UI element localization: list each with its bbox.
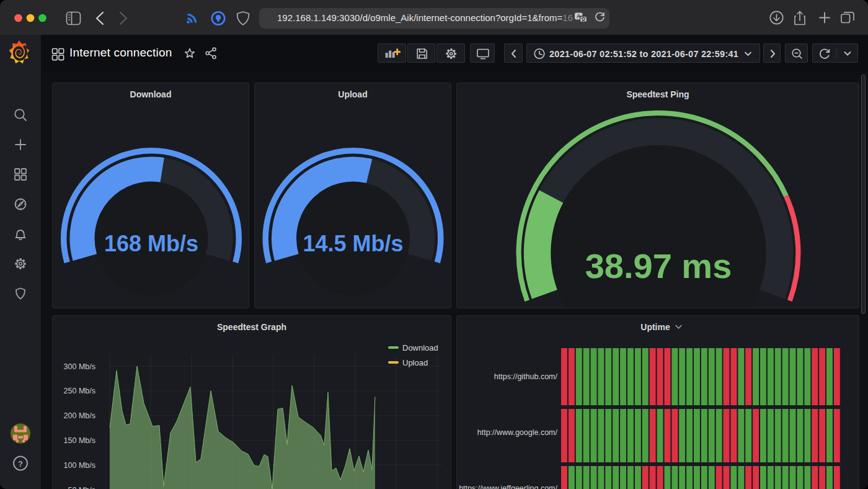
svg-text:100 Mb/s: 100 Mb/s	[64, 461, 95, 470]
svg-text:Download: Download	[402, 343, 438, 352]
svg-text:https://www.jeffgeerling.com/: https://www.jeffgeerling.com/	[459, 484, 557, 489]
svg-text:14.5 Mb/s: 14.5 Mb/s	[303, 231, 403, 256]
svg-text:50 Mb/s: 50 Mb/s	[68, 486, 95, 489]
svg-text:?: ?	[18, 459, 23, 469]
svg-text:https://github.com/: https://github.com/	[494, 372, 558, 381]
svg-text:38.97 ms: 38.97 ms	[585, 246, 732, 285]
svg-text:300 Mb/s: 300 Mb/s	[64, 362, 95, 371]
svg-text:http://www.google.com/: http://www.google.com/	[477, 428, 558, 437]
svg-text:168 Mb/s: 168 Mb/s	[104, 231, 198, 256]
svg-text:150 Mb/s: 150 Mb/s	[64, 436, 95, 445]
svg-text:250 Mb/s: 250 Mb/s	[64, 387, 95, 395]
svg-text:200 Mb/s: 200 Mb/s	[64, 411, 95, 420]
svg-text:Upload: Upload	[402, 358, 428, 367]
